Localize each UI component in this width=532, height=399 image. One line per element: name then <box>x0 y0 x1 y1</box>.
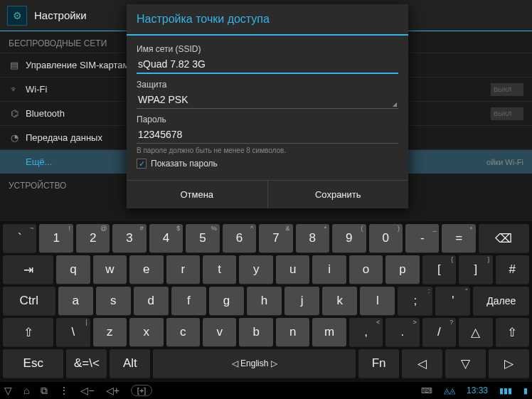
key-m[interactable]: m <box>312 318 346 346</box>
key-\[interactable]: \| <box>56 318 90 346</box>
keyboard-status-icon[interactable]: ⌨ <box>421 386 432 395</box>
password-input[interactable]: 12345678 <box>137 126 398 144</box>
menu-icon[interactable]: ⋮ <box>59 385 69 396</box>
key-q[interactable]: q <box>56 255 90 284</box>
key-7[interactable]: 7& <box>259 224 292 252</box>
key-r[interactable]: r <box>166 255 200 284</box>
settings-app-icon: ⚙ <box>7 6 27 26</box>
key-a[interactable]: a <box>58 287 93 315</box>
key-Alt[interactable]: Alt <box>110 349 150 378</box>
key-4[interactable]: 4$ <box>149 224 183 252</box>
key-8[interactable]: 8* <box>296 224 329 252</box>
key-c[interactable]: c <box>166 318 200 346</box>
bt-toggle[interactable]: ВЫКЛ <box>491 107 523 120</box>
key-Fn[interactable]: Fn <box>358 349 399 378</box>
cancel-button[interactable]: Отмена <box>127 181 268 208</box>
key-y[interactable]: y <box>239 255 272 284</box>
signal-icon: ▮▮▮ <box>499 386 512 395</box>
key-[[interactable]: [{ <box>422 255 456 284</box>
wifi-toggle[interactable]: ВЫКЛ <box>491 83 523 96</box>
key-2[interactable]: 2@ <box>76 224 110 252</box>
key-6[interactable]: 6^ <box>223 224 256 252</box>
data-icon: ◔ <box>9 132 20 143</box>
key-Esc[interactable]: Esc <box>3 349 63 378</box>
key-w[interactable]: w <box>93 255 127 284</box>
key-j[interactable]: j <box>284 287 319 315</box>
key-Ctrl[interactable]: Ctrl <box>3 287 55 315</box>
status-time: 13:33 <box>467 385 488 395</box>
key-⌫[interactable]: ⌫ <box>479 224 529 252</box>
key-z[interactable]: z <box>93 318 127 346</box>
key-0[interactable]: 0) <box>369 224 403 252</box>
key-⇥[interactable]: ⇥ <box>3 255 53 284</box>
sim-icon: ▤ <box>9 60 20 70</box>
key-△[interactable]: △ <box>459 318 492 346</box>
key--[interactable]: -_ <box>405 224 439 252</box>
home-icon[interactable]: ⌂ <box>23 385 29 396</box>
row-sim-label: Управление SIM-картам <box>26 60 129 70</box>
ssid-input[interactable] <box>137 55 398 74</box>
password-hint: В пароле должно быть не менее 8 символов… <box>137 147 398 154</box>
bluetooth-icon: ⌬ <box>9 108 20 119</box>
key-▽[interactable]: ▽ <box>445 349 486 378</box>
key-x[interactable]: x <box>129 318 163 346</box>
ssid-label: Имя сети (SSID) <box>137 44 398 54</box>
net-icon: ◬◬ <box>444 386 455 395</box>
row-data-label: Передача данных <box>26 132 102 143</box>
key-l[interactable]: l <box>360 287 395 315</box>
vol-down-icon[interactable]: ◁− <box>80 385 94 396</box>
key-u[interactable]: u <box>276 255 309 284</box>
key-/[interactable]: /? <box>422 318 456 346</box>
key-5[interactable]: 5% <box>186 224 219 252</box>
key-⇧[interactable]: ⇧ <box>3 318 53 346</box>
key-v[interactable]: v <box>203 318 236 346</box>
save-button[interactable]: Сохранить <box>268 181 409 208</box>
key-'[interactable]: '" <box>435 287 470 315</box>
show-password-checkbox[interactable]: ✓ <box>137 159 147 169</box>
key-.[interactable]: .> <box>385 318 419 346</box>
key-][interactable]: ]} <box>459 255 492 284</box>
hotspot-dialog: Настройка точки доступа Имя сети (SSID) … <box>127 4 408 208</box>
row-more-label: Ещё... <box>26 156 52 167</box>
recent-icon[interactable]: ⧉ <box>41 385 48 397</box>
battery-icon: ▮ <box>523 386 528 395</box>
show-password-row[interactable]: ✓ Показать пароль <box>137 159 398 169</box>
key-p[interactable]: p <box>385 255 419 284</box>
key-9[interactable]: 9( <box>332 224 366 252</box>
back-icon[interactable]: ▽ <box>4 385 12 396</box>
key-d[interactable]: d <box>134 287 169 315</box>
key-,[interactable]: ,< <box>349 318 383 346</box>
key-⇧[interactable]: ⇧ <box>496 318 529 346</box>
key-h[interactable]: h <box>247 287 282 315</box>
key-g[interactable]: g <box>209 287 244 315</box>
vol-up-icon[interactable]: ◁+ <box>106 385 119 396</box>
key-&=\<[interactable]: &=\< <box>66 349 107 378</box>
key-=[interactable]: =+ <box>442 224 475 252</box>
key-i[interactable]: i <box>312 255 346 284</box>
key-f[interactable]: f <box>171 287 206 315</box>
key-t[interactable]: t <box>203 255 236 284</box>
key-n[interactable]: n <box>276 318 309 346</box>
keyboard: `~1!2@3#4$5%6^7&8*9(0)-_=+⌫ ⇥qwertyuiop[… <box>0 221 532 382</box>
key-e[interactable]: e <box>129 255 163 284</box>
key-◁ English ▷[interactable]: ◁ English ▷ <box>153 349 356 378</box>
key-o[interactable]: o <box>349 255 383 284</box>
key-#[interactable]: # <box>496 255 529 284</box>
security-label: Защита <box>137 80 398 90</box>
nav-bar: ▽ ⌂ ⧉ ⋮ ◁− ◁+ [+] ⌨ ◬◬ 13:33 ▮▮▮ ▮ <box>0 382 532 399</box>
key-◁[interactable]: ◁ <box>402 349 442 378</box>
key-s[interactable]: s <box>96 287 131 315</box>
key-k[interactable]: k <box>322 287 357 315</box>
key-1[interactable]: 1! <box>39 224 73 252</box>
security-select[interactable]: WPA2 PSK <box>137 91 398 109</box>
key-▷[interactable]: ▷ <box>489 349 529 378</box>
key-b[interactable]: b <box>239 318 272 346</box>
screenshot-icon[interactable]: [+] <box>131 385 153 396</box>
key-`[interactable]: `~ <box>3 224 36 252</box>
row-bt-label: Bluetooth <box>26 108 65 119</box>
key-3[interactable]: 3# <box>112 224 146 252</box>
key-Далее[interactable]: Далее <box>473 287 529 315</box>
row-wifi-label: Wi-Fi <box>26 84 47 95</box>
settings-title: Настройки <box>34 9 87 21</box>
key-;[interactable]: ;: <box>398 287 432 315</box>
